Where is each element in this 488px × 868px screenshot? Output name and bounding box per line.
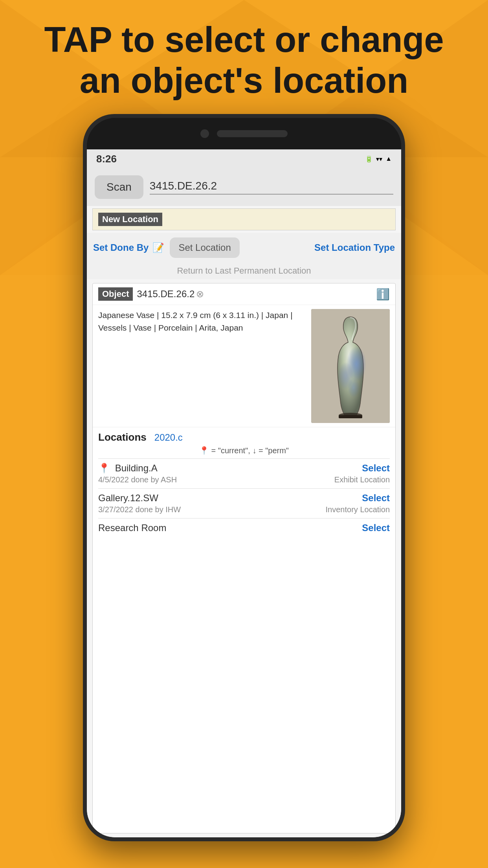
locations-legend: 📍 = "current", ↓ = "perm" bbox=[98, 446, 390, 455]
object-card-header: Object 3415.DE.26.2 ⊗ ℹ️ bbox=[93, 283, 395, 305]
location-row-top: 📍 Building.A Select bbox=[98, 463, 390, 474]
return-to-last-permanent-link[interactable]: Return to Last Permanent Location bbox=[87, 263, 401, 279]
location-row: Gallery.12.SW Select 3/27/2022 done by I… bbox=[98, 488, 390, 518]
set-done-by-button[interactable]: Set Done By bbox=[93, 242, 149, 253]
location-name: Gallery.12.SW bbox=[98, 493, 158, 504]
object-description: Japanese Vase | 15.2 x 7.9 cm (6 x 3.11 … bbox=[98, 309, 311, 423]
close-icon[interactable]: ⊗ bbox=[196, 289, 204, 300]
location-date: 3/27/2022 done by IHW bbox=[98, 505, 181, 514]
object-body: Japanese Vase | 15.2 x 7.9 cm (6 x 3.11 … bbox=[93, 305, 395, 427]
locations-year[interactable]: 2020.c bbox=[154, 432, 183, 443]
object-tag-label: Object bbox=[98, 287, 133, 301]
scan-input-value[interactable]: 3415.DE.26.2 bbox=[150, 180, 393, 195]
phone-inner: 8:26 🔋 ▾▾ ▲ Scan 3415.DE.26.2 New Locati… bbox=[87, 118, 401, 837]
object-id: 3415.DE.26.2 bbox=[137, 289, 194, 300]
location-date: 4/5/2022 done by ASH bbox=[98, 475, 177, 484]
location-name-partial: Research Room bbox=[98, 522, 166, 533]
location-type: Exhibit Location bbox=[334, 475, 390, 484]
new-location-label: New Location bbox=[98, 213, 162, 226]
location-row-bottom: 4/5/2022 done by ASH Exhibit Location bbox=[98, 475, 390, 484]
status-icons: 🔋 ▾▾ ▲ bbox=[365, 155, 392, 163]
action-row: Set Done By 📝 Set Location Set Location … bbox=[87, 233, 401, 263]
locations-title: Locations bbox=[98, 431, 147, 443]
svg-point-8 bbox=[348, 378, 360, 397]
scan-button[interactable]: Scan bbox=[95, 175, 143, 199]
info-icon[interactable]: ℹ️ bbox=[376, 288, 390, 301]
heading-area: TAP to select or change an object's loca… bbox=[0, 12, 488, 109]
app-content: Scan 3415.DE.26.2 New Location Set Done … bbox=[87, 168, 401, 837]
location-select-button-0[interactable]: Select bbox=[362, 463, 390, 474]
locations-header: Locations 2020.c bbox=[98, 431, 390, 443]
scan-row: Scan 3415.DE.26.2 bbox=[87, 168, 401, 206]
object-image bbox=[311, 309, 390, 423]
location-name: 📍 Building.A bbox=[98, 463, 158, 474]
main-heading: TAP to select or change an object's loca… bbox=[24, 20, 464, 101]
pin-icon: 📍 bbox=[98, 463, 110, 473]
front-camera-icon bbox=[200, 129, 209, 138]
phone-top-bar bbox=[87, 118, 401, 149]
battery-icon: 🔋 bbox=[365, 155, 373, 163]
speaker-grille bbox=[217, 130, 288, 137]
signal-icon: ▾▾ bbox=[376, 155, 382, 163]
set-location-type-button[interactable]: Set Location Type bbox=[314, 242, 395, 253]
status-bar: 8:26 🔋 ▾▾ ▲ bbox=[87, 149, 401, 168]
edit-icon[interactable]: 📝 bbox=[152, 242, 164, 253]
svg-rect-10 bbox=[339, 415, 362, 418]
location-row: 📍 Building.A Select 4/5/2022 done by ASH… bbox=[98, 458, 390, 488]
phone-frame: 8:26 🔋 ▾▾ ▲ Scan 3415.DE.26.2 New Locati… bbox=[83, 114, 405, 841]
locations-section: Locations 2020.c 📍 = "current", ↓ = "per… bbox=[93, 427, 395, 541]
new-location-banner: New Location bbox=[92, 208, 396, 230]
location-row-partial: Research Room Select bbox=[98, 518, 390, 537]
location-row-bottom: 3/27/2022 done by IHW Inventory Location bbox=[98, 505, 390, 514]
wifi-icon: ▲ bbox=[385, 155, 392, 162]
set-location-button[interactable]: Set Location bbox=[170, 237, 239, 258]
location-type: Inventory Location bbox=[326, 505, 390, 514]
phone-screen: 8:26 🔋 ▾▾ ▲ Scan 3415.DE.26.2 New Locati… bbox=[87, 149, 401, 837]
location-select-button-2[interactable]: Select bbox=[362, 522, 390, 533]
location-select-button-1[interactable]: Select bbox=[362, 493, 390, 504]
status-time: 8:26 bbox=[96, 153, 117, 165]
location-row-top: Gallery.12.SW Select bbox=[98, 493, 390, 504]
object-card: Object 3415.DE.26.2 ⊗ ℹ️ Japanese Vase |… bbox=[92, 283, 396, 833]
